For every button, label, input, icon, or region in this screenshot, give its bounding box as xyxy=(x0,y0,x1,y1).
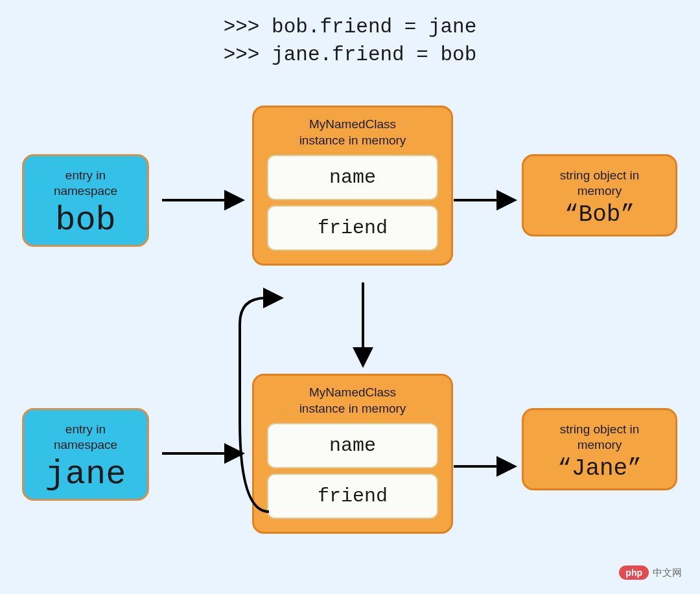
attr-friend: friend xyxy=(267,205,438,251)
string-value-jane: “Jane” xyxy=(537,455,662,482)
string-label: string object inmemory xyxy=(537,422,662,453)
watermark-text: 中文网 xyxy=(653,567,682,579)
attr-name: name xyxy=(267,423,438,468)
instance-box-jane: MyNamedClassinstance in memory name frie… xyxy=(252,374,453,534)
code-line-1: >>> bob.friend = jane xyxy=(224,13,477,41)
namespace-entry-bob: entry innamespace bob xyxy=(22,154,149,247)
watermark: php 中文网 xyxy=(619,565,682,580)
watermark-logo: php xyxy=(619,565,649,580)
namespace-label: entry innamespace xyxy=(37,168,134,199)
string-label: string object inmemory xyxy=(537,168,662,199)
string-object-jane: string object inmemory “Jane” xyxy=(522,408,677,490)
attr-name: name xyxy=(267,155,438,200)
instance-label: MyNamedClassinstance in memory xyxy=(267,385,438,417)
string-value-bob: “Bob” xyxy=(537,201,662,228)
namespace-var-bob: bob xyxy=(37,201,134,240)
string-object-bob: string object inmemory “Bob” xyxy=(522,154,677,236)
instance-box-bob: MyNamedClassinstance in memory name frie… xyxy=(252,106,453,266)
code-line-2: >>> jane.friend = bob xyxy=(224,41,477,69)
code-block: >>> bob.friend = jane >>> jane.friend = … xyxy=(224,13,477,69)
namespace-label: entry innamespace xyxy=(37,422,134,453)
namespace-var-jane: jane xyxy=(37,455,134,494)
namespace-entry-jane: entry innamespace jane xyxy=(22,408,149,501)
attr-friend: friend xyxy=(267,474,438,519)
instance-label: MyNamedClassinstance in memory xyxy=(267,117,438,148)
